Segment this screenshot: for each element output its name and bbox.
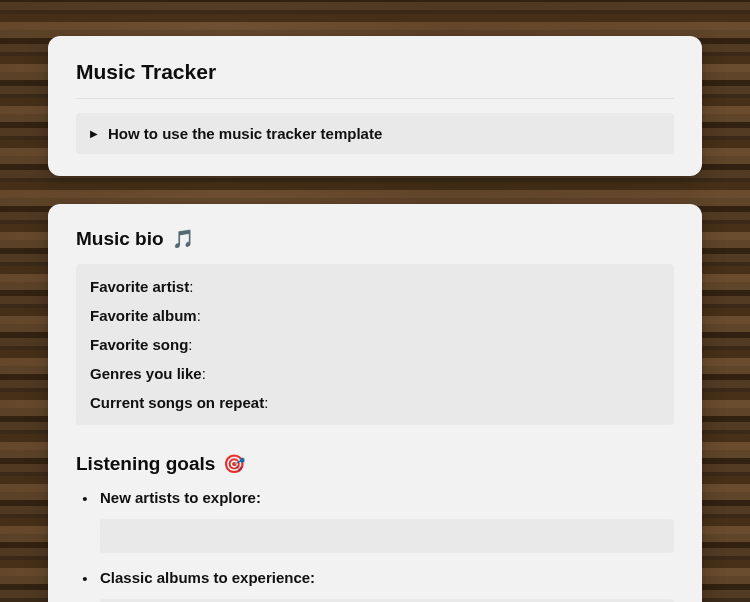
music-note-icon: 🎵	[172, 228, 194, 250]
bio-field[interactable]: Favorite album:	[90, 307, 660, 324]
list-item: • Classic albums to experience:	[80, 569, 674, 602]
bio-field-label: Genres you like	[90, 365, 202, 382]
colon: :	[188, 336, 192, 353]
listening-goals-heading-text: Listening goals	[76, 453, 215, 475]
goal-heading-row: • New artists to explore:	[80, 489, 674, 509]
bio-field[interactable]: Favorite artist:	[90, 278, 660, 295]
bio-field[interactable]: Genres you like:	[90, 365, 660, 382]
bio-field-label: Current songs on repeat	[90, 394, 264, 411]
page-title: Music Tracker	[76, 60, 674, 84]
colon: :	[202, 365, 206, 382]
goal-label: Classic albums to experience:	[100, 569, 315, 586]
goal-label-text: New artists to explore	[100, 489, 256, 506]
colon: :	[197, 307, 201, 324]
bio-field[interactable]: Favorite song:	[90, 336, 660, 353]
content-card: Music bio 🎵 Favorite artist: Favorite al…	[48, 204, 702, 602]
bio-field-label: Favorite artist	[90, 278, 189, 295]
bullet-icon: •	[80, 489, 90, 509]
howto-toggle[interactable]: ▶ How to use the music tracker template	[76, 113, 674, 154]
colon: :	[256, 489, 261, 506]
listening-goals-heading: Listening goals 🎯	[76, 453, 674, 475]
tracker-header-card: Music Tracker ▶ How to use the music tra…	[48, 36, 702, 176]
bio-field[interactable]: Current songs on repeat:	[90, 394, 660, 411]
colon: :	[264, 394, 268, 411]
music-bio-heading-text: Music bio	[76, 228, 164, 250]
list-item: • New artists to explore:	[80, 489, 674, 553]
goal-input[interactable]	[100, 519, 674, 553]
music-bio-heading: Music bio 🎵	[76, 228, 674, 250]
chevron-right-icon: ▶	[90, 129, 98, 139]
bullet-icon: •	[80, 569, 90, 589]
goal-label-text: Classic albums to experience	[100, 569, 310, 586]
colon: :	[189, 278, 193, 295]
music-bio-box: Favorite artist: Favorite album: Favorit…	[76, 264, 674, 425]
goals-list: • New artists to explore: • Classic albu…	[76, 489, 674, 602]
goal-label: New artists to explore:	[100, 489, 261, 506]
howto-toggle-label: How to use the music tracker template	[108, 125, 382, 142]
goal-heading-row: • Classic albums to experience:	[80, 569, 674, 589]
target-icon: 🎯	[223, 453, 245, 475]
bio-field-label: Favorite album	[90, 307, 197, 324]
bio-field-label: Favorite song	[90, 336, 188, 353]
colon: :	[310, 569, 315, 586]
divider	[76, 98, 674, 99]
